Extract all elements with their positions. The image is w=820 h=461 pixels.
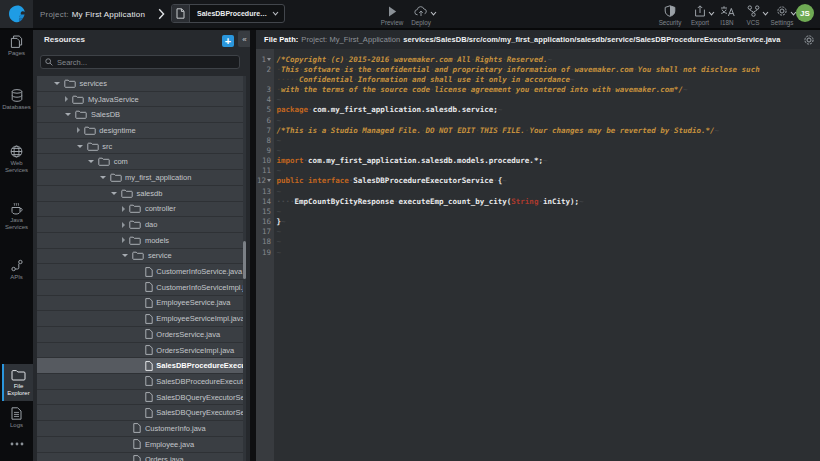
collapse-arrow-icon[interactable]	[88, 160, 94, 163]
line-number: 16	[256, 217, 274, 226]
java-file-icon	[145, 267, 153, 277]
editor-area: File Path: Project: My_First_Application…	[256, 30, 820, 461]
tree-item-label: EmployeeServiceImpl.java	[156, 314, 243, 323]
activity-sidebar: PagesDatabasesWebServicesJavaServicesAPI…	[0, 30, 33, 461]
collapse-arrow-icon[interactable]	[65, 113, 71, 116]
editor-settings-gear-icon[interactable]	[803, 34, 815, 46]
expand-arrow-icon[interactable]	[122, 237, 125, 243]
line-number: 8	[256, 136, 274, 145]
api-icon	[11, 259, 23, 272]
fold-arrow-icon[interactable]	[267, 58, 271, 61]
tree-scrollbar-thumb[interactable]	[243, 241, 246, 279]
sidebar-item-apis[interactable]: APIs	[0, 259, 33, 281]
tree-item-label: SalesDBProcedureExecutorService.java	[156, 361, 243, 370]
tree-item-my_first_application[interactable]: my_first_application	[37, 170, 243, 186]
expand-arrow-icon[interactable]	[122, 222, 125, 228]
java-file-icon	[145, 345, 153, 355]
project-name: My First Application	[72, 10, 145, 19]
expand-arrow-icon[interactable]	[122, 206, 125, 212]
tree-item-label: SalesDBQueryExecutorServiceImpl.java	[156, 408, 243, 417]
code-text: ·····Confidential·Information·and·shall·…	[274, 75, 575, 84]
tree-item-service[interactable]: service	[37, 249, 243, 265]
artifact-dropdown[interactable]: SalesDBProcedureExecutorService	[171, 4, 285, 23]
user-avatar[interactable]: JS	[796, 4, 814, 22]
tree-item-SalesDBProcedureExecutorServiceImpl.java[interactable]: SalesDBProcedureExecutorServiceImpl.java	[37, 374, 243, 390]
code-line-18: 18~	[256, 237, 820, 247]
tree-item-SalesDBQueryExecutorService.java[interactable]: SalesDBQueryExecutorService.java	[37, 390, 243, 406]
tree-item-label: src	[102, 142, 112, 151]
tree-item-CustomerInfo.java[interactable]: CustomerInfo.java	[37, 421, 243, 437]
tree-item-OrdersServiceImpl.java[interactable]: OrdersServiceImpl.java	[37, 343, 243, 359]
deploy-button[interactable]: Deploy	[399, 4, 443, 28]
resources-panel: Resources + « servicesMyJavaServiceSales…	[33, 30, 250, 461]
code-editor[interactable]: 1/*Copyright·(c)·2015-2016·wavemaker.com…	[256, 49, 820, 461]
expand-arrow-icon[interactable]	[65, 96, 68, 102]
tree-item-SalesDBQueryExecutorServiceImpl.java[interactable]: SalesDBQueryExecutorServiceImpl.java	[37, 405, 243, 421]
code-line-4: 4~	[256, 95, 820, 105]
search-input[interactable]	[57, 58, 235, 67]
java-file-icon	[145, 376, 153, 386]
collapse-arrow-icon[interactable]	[54, 82, 60, 85]
collapse-panel-button[interactable]: «	[238, 31, 250, 47]
tree-item-models[interactable]: models	[37, 233, 243, 249]
sidebar-item-label: FileExplorer	[7, 383, 29, 397]
tree-item-EmployeeServiceImpl.java[interactable]: EmployeeServiceImpl.java	[37, 311, 243, 327]
code-line-wrap: ·····Confidential·Information·and·shall·…	[256, 74, 820, 84]
tree-item-SalesDB[interactable]: SalesDB	[37, 107, 243, 123]
expand-arrow-icon[interactable]	[77, 127, 80, 133]
folder-icon	[72, 95, 84, 104]
sidebar-item-databases[interactable]: Databases	[0, 89, 33, 111]
sidebar-item-logs[interactable]: Logs	[0, 407, 33, 429]
tree-item-SalesDBProcedureExecutorService.java[interactable]: SalesDBProcedureExecutorService.java	[37, 358, 243, 374]
tree-item-label: MyJavaService	[88, 95, 139, 104]
sidebar-item-label: WebServices	[5, 160, 28, 174]
sidebar-item-java-services[interactable]: JavaServices	[0, 202, 33, 231]
collapse-arrow-icon[interactable]	[122, 254, 128, 257]
tree-item-Orders.java[interactable]: Orders.java	[37, 453, 243, 461]
java-file-icon	[133, 455, 141, 461]
collapse-arrow-icon[interactable]	[100, 176, 106, 179]
line-number: 17	[256, 227, 274, 236]
wavemaker-studio-window: Project: My First Application SalesDBPro…	[0, 0, 820, 461]
folder-icon	[110, 173, 122, 182]
vcs-label: VCS	[747, 19, 760, 26]
line-number: 2	[256, 65, 274, 74]
collapse-arrow-icon[interactable]	[111, 192, 117, 195]
java-file-icon	[145, 408, 153, 418]
tree-item-dao[interactable]: dao	[37, 217, 243, 233]
sidebar-item-more[interactable]	[0, 442, 33, 446]
line-number: 6	[256, 116, 274, 125]
tree-item-EmployeeService.java[interactable]: EmployeeService.java	[37, 296, 243, 312]
add-resource-button[interactable]: +	[222, 35, 234, 47]
tree-item-OrdersService.java[interactable]: OrdersService.java	[37, 327, 243, 343]
fold-arrow-icon[interactable]	[267, 179, 271, 182]
tree-item-MyJavaService[interactable]: MyJavaService	[37, 92, 243, 108]
wavemaker-logo[interactable]	[0, 0, 33, 28]
line-number: 12	[256, 176, 274, 185]
tree-item-com[interactable]: com	[37, 154, 243, 170]
tree-item-designtime[interactable]: designtime	[37, 123, 243, 139]
tree-item-CustomerInfoService.java[interactable]: CustomerInfoService.java	[37, 264, 243, 280]
tree-item-label: designtime	[99, 126, 135, 135]
sidebar-item-web-services[interactable]: WebServices	[0, 145, 33, 174]
tree-item-label: dao	[145, 220, 158, 229]
tree-item-controller[interactable]: controller	[37, 202, 243, 218]
code-text: import·com.my_first_application.salesdb.…	[274, 156, 547, 165]
code-text: ~	[274, 237, 281, 246]
filepath-value: services/SalesDB/src/com/my_first_applic…	[403, 35, 780, 44]
tree-item-Employee.java[interactable]: Employee.java	[37, 437, 243, 453]
folder-icon	[64, 79, 76, 88]
tree-item-src[interactable]: src	[37, 139, 243, 155]
tree-item-salesdb[interactable]: salesdb	[37, 186, 243, 202]
tree-item-services[interactable]: services	[37, 76, 243, 92]
tree-item-label: com	[114, 157, 128, 166]
chevron-down-icon	[430, 11, 437, 16]
sidebar-item-pages[interactable]: Pages	[0, 35, 33, 57]
sidebar-item-file-explorer[interactable]: FileExplorer	[2, 364, 33, 401]
code-line-1: 1/*Copyright·(c)·2015-2016·wavemaker.com…	[256, 54, 820, 64]
tree-item-CustomerInfoServiceImpl.java[interactable]: CustomerInfoServiceImpl.java	[37, 280, 243, 296]
code-text: ~	[274, 146, 281, 155]
collapse-arrow-icon[interactable]	[77, 145, 83, 148]
code-text: package·com.my_first_application.salesdb…	[274, 105, 502, 114]
code-line-5: 5package·com.my_first_application.salesd…	[256, 105, 820, 115]
